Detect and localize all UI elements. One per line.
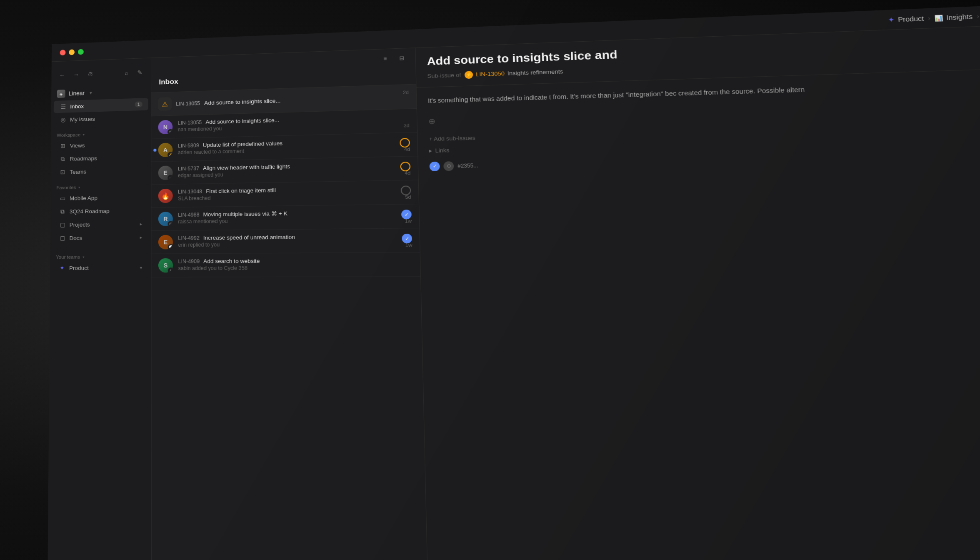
workspace-section-label: Workspace [57, 132, 80, 138]
notification-icon: ⚠ [158, 97, 172, 111]
roadmaps-label: Roadmaps [70, 155, 97, 162]
nav-forward-button[interactable]: → [70, 69, 82, 80]
inbox-item-7[interactable]: S + LIN-4909 Add search to website sabin… [151, 252, 420, 277]
compose-button[interactable]: ✎ [134, 66, 146, 78]
item-content-2: LIN-5809 Update list of predefined value… [178, 137, 410, 155]
product-team-icon: ✦ [58, 264, 66, 272]
workspace-section-arrow: ▾ [83, 133, 85, 137]
views-label: Views [70, 142, 85, 149]
parent-issue-title: Insights refinements [508, 68, 563, 77]
minimize-button[interactable] [69, 49, 75, 55]
empty-circle-4 [401, 185, 411, 195]
nav-group: ← → ⏱ [56, 68, 96, 81]
teams-icon: ⊡ [59, 168, 67, 176]
breadcrumb-insights-label: Insights [946, 13, 973, 21]
avatar-edgar: E ↔ [158, 165, 173, 180]
time-4: 5d [405, 194, 411, 200]
linked-status-icon: ✓ [430, 161, 440, 171]
breadcrumb-product-label: Product [898, 15, 924, 23]
time-3: 4d [405, 170, 411, 176]
sidebar-item-docs[interactable]: ▢ Docs ▸ [52, 231, 148, 244]
avatar-erin: E 💬 [158, 235, 173, 250]
sidebar-item-product[interactable]: ✦ Product ▾ [52, 261, 148, 274]
sidebar: ← → ⏱ ⌕ ✎ ◈ Linear ▾ ☰ Inbox [48, 58, 152, 560]
indicator-raissa: @ [168, 221, 172, 226]
docs-arrow: ▸ [140, 235, 142, 240]
inbox-panel: ≡ ⊟ Inbox ⚠ LIN-13055 Add source to insi… [151, 48, 428, 560]
sidebar-item-views[interactable]: ⊞ Views [53, 138, 148, 152]
docs-label: Docs [69, 235, 82, 241]
avatar-letter-edgar: E [163, 170, 168, 176]
settings-sliders-icon[interactable]: ⊟ [395, 52, 408, 64]
inbox-badge: 1 [135, 101, 142, 107]
orange-circle-3 [400, 162, 410, 171]
favorites-section-header: Favorites ▾ [50, 180, 151, 192]
roadmaps-icon: ⧉ [59, 155, 67, 162]
avatar-lin13048: 🔥 [158, 189, 173, 203]
workspace-icon: ◈ [57, 90, 65, 98]
product-icon: ✦ [888, 15, 895, 24]
your-teams-section-header: Your teams ▾ [50, 251, 151, 261]
time-5: 1w [405, 218, 412, 224]
inbox-icon: ☰ [60, 103, 67, 110]
links-label: Links [435, 147, 449, 153]
item-content-7: LIN-4909 Add search to website sabin add… [178, 257, 413, 271]
inbox-item-4[interactable]: 🔥 LIN-13048 First click on triage item s… [151, 180, 419, 208]
issue-id-6: LIN-4992 Increase speed of unread animat… [178, 233, 412, 241]
time-6: 1w [405, 242, 412, 248]
sidebar-item-roadmaps[interactable]: ⧉ Roadmaps [53, 151, 148, 165]
projects-label: Projects [70, 221, 90, 228]
inbox-item-6[interactable]: E 💬 LIN-4992 Increase speed of unread an… [151, 228, 420, 254]
product-label: Product [69, 265, 89, 271]
issue-id-7: LIN-4909 Add search to website [178, 257, 413, 265]
item-content-3: LIN-5737 Align view header with traffic … [178, 161, 411, 178]
search-button[interactable]: ⌕ [120, 67, 132, 79]
chevron-down-icon: ▾ [90, 90, 92, 95]
my-issues-label: My issues [70, 116, 95, 122]
avatar-letter-adrien: A [163, 147, 168, 153]
parent-issue-icon: ⚡ [465, 71, 473, 79]
breadcrumb-insights[interactable]: 📊 Insights [934, 13, 972, 22]
avatar-letter-erin: E [164, 239, 168, 245]
inbox-item-5[interactable]: R @ LIN-4988 Moving multiple issues via … [151, 204, 419, 231]
item-content-1: LIN-13055 Add source to insights slice..… [178, 113, 410, 132]
status-icon-3 [400, 162, 410, 171]
time-2: 4d [404, 147, 410, 152]
window-wrapper: ✦ Product › 📊 Insights › LIN-1305 ← → ⏱ [22, 0, 980, 560]
sidebar-item-roadmap[interactable]: ⧉ 3Q24 Roadmap [53, 204, 148, 218]
your-teams-label: Your teams [56, 255, 80, 260]
indicator-nan: @ [168, 129, 172, 135]
inbox-label: Inbox [70, 103, 84, 110]
close-button[interactable] [60, 50, 66, 55]
magnifier-icon: ⊕ [428, 117, 435, 125]
time-1: 3d [404, 123, 410, 128]
nav-history-button[interactable]: ⏱ [84, 68, 96, 80]
breadcrumb-product[interactable]: ✦ Product [888, 15, 924, 24]
avatar-letter-raissa: R [163, 215, 168, 222]
sidebar-item-teams[interactable]: ⊡ Teams [53, 164, 148, 178]
status-icon-4 [401, 185, 411, 195]
status-icon-6: ✓ [402, 234, 412, 243]
maximize-button[interactable] [78, 49, 84, 55]
your-teams-arrow: ▾ [82, 255, 84, 259]
breadcrumb-sep-1: › [928, 15, 930, 22]
detail-panel: Add source to insights slice and Sub-iss… [415, 19, 980, 560]
sub-issue-label: Sub-issue of [427, 72, 461, 79]
parent-issue-id: LIN-13050 [476, 70, 505, 78]
linked-issue-ref: #2355... [458, 162, 478, 169]
sidebar-item-inbox[interactable]: ☰ Inbox 1 [54, 98, 148, 113]
parent-issue-link[interactable]: ⚡ LIN-13050 Insights refinements [465, 68, 563, 79]
indicator-sabin: + [168, 268, 173, 272]
insights-icon: 📊 [934, 14, 943, 21]
sidebar-item-projects[interactable]: ▢ Projects ▸ [53, 218, 148, 231]
highlighted-content: LIN-13055 Add source to insights slice..… [176, 93, 409, 107]
nav-back-button[interactable]: ← [56, 69, 68, 81]
avatar-letter-sabin: S [164, 262, 168, 269]
sidebar-item-mobile-app[interactable]: ▭ Mobile App [53, 191, 148, 205]
indicator-erin: 💬 [168, 244, 173, 249]
indicator-edgar: ↔ [168, 175, 172, 180]
filter-icon[interactable]: ≡ [379, 52, 392, 65]
breadcrumb-sep-2: › [977, 13, 979, 20]
sidebar-item-my-issues[interactable]: ◎ My issues [54, 111, 148, 126]
item-content-5: LIN-4988 Moving multiple issues via ⌘ + … [178, 209, 412, 225]
